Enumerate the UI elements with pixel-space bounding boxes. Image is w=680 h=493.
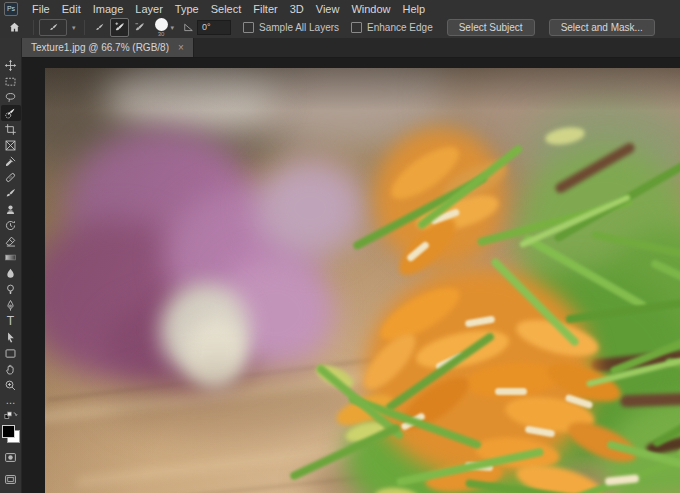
blur-tool[interactable] [1, 265, 21, 281]
type-tool[interactable]: T [1, 313, 21, 329]
photo-shape [495, 388, 527, 395]
checkbox-icon [243, 22, 254, 33]
photo-shape [255, 158, 365, 258]
checkbox-label: Sample All Layers [259, 22, 339, 33]
gradient-tool[interactable] [1, 249, 21, 265]
color-swatches [2, 425, 20, 443]
chevron-down-icon[interactable]: ▾ [72, 24, 76, 32]
menu-3d[interactable]: 3D [284, 3, 310, 15]
menu-help[interactable]: Help [397, 3, 432, 15]
workspace: Texture1.jpg @ 66.7% (RGB/8) × [22, 38, 680, 493]
close-tab-icon[interactable]: × [178, 42, 184, 53]
menu-filter[interactable]: Filter [247, 3, 283, 15]
menu-view[interactable]: View [310, 3, 346, 15]
history-brush-tool[interactable] [1, 217, 21, 233]
menu-select[interactable]: Select [205, 3, 248, 15]
pen-tool[interactable] [1, 297, 21, 313]
app-icon[interactable]: Ps [4, 2, 18, 16]
divider [84, 20, 85, 35]
document-tab-title: Texture1.jpg @ 66.7% (RGB/8) [31, 42, 169, 53]
path-selection-tool[interactable] [1, 329, 21, 345]
menu-edit[interactable]: Edit [56, 3, 87, 15]
rectangle-tool[interactable] [1, 345, 21, 361]
menu-window[interactable]: Window [345, 3, 396, 15]
crop-tool[interactable] [1, 121, 21, 137]
screen-mode-button[interactable] [1, 471, 21, 487]
tool-preset-dropdown[interactable] [39, 19, 67, 36]
document-tab[interactable]: Texture1.jpg @ 66.7% (RGB/8) × [22, 38, 194, 57]
checkbox-icon [351, 22, 362, 33]
quick-selection-tool[interactable] [1, 105, 21, 121]
add-to-selection-brush-button[interactable] [110, 18, 129, 37]
menu-image[interactable]: Image [87, 3, 130, 15]
dodge-tool[interactable] [1, 281, 21, 297]
frame-tool[interactable] [1, 137, 21, 153]
healing-brush-tool[interactable] [1, 169, 21, 185]
divider [33, 20, 34, 35]
edit-toolbar-button[interactable]: … [6, 397, 16, 405]
quick-mask-button[interactable] [1, 449, 21, 465]
brush-angle-control: 0° [183, 20, 231, 35]
new-selection-brush-button[interactable] [91, 19, 108, 36]
angle-input[interactable]: 0° [197, 20, 231, 35]
menu-file[interactable]: File [26, 3, 56, 15]
brush-size-picker[interactable]: 30 [155, 18, 168, 37]
brush-tool[interactable] [1, 185, 21, 201]
home-icon[interactable] [8, 21, 21, 34]
menu-type[interactable]: Type [169, 3, 205, 15]
select-subject-button[interactable]: Select Subject [447, 19, 535, 36]
menu-layer[interactable]: Layer [129, 3, 169, 15]
chevron-down-icon[interactable]: ▾ [171, 24, 175, 32]
hand-tool[interactable] [1, 361, 21, 377]
select-and-mask-button[interactable]: Select and Mask... [549, 19, 655, 36]
tool-bar: T … [0, 38, 22, 493]
angle-icon [183, 22, 194, 33]
eyedropper-tool[interactable] [1, 153, 21, 169]
menu-bar: Ps File Edit Image Layer Type Select Fil… [0, 0, 680, 18]
document-tab-bar: Texture1.jpg @ 66.7% (RGB/8) × [22, 38, 680, 58]
eraser-tool[interactable] [1, 233, 21, 249]
brush-size-value: 30 [158, 31, 165, 37]
zoom-tool[interactable] [1, 377, 21, 393]
rectangular-marquee-tool[interactable] [1, 73, 21, 89]
subtract-from-selection-brush-button[interactable] [131, 19, 148, 36]
move-tool[interactable] [1, 57, 21, 73]
checkbox-label: Enhance Edge [367, 22, 433, 33]
sample-all-layers-checkbox[interactable]: Sample All Layers [243, 22, 339, 33]
canvas-image[interactable] [45, 68, 680, 493]
default-and-swap-colors-icon[interactable] [4, 410, 18, 421]
clone-stamp-tool[interactable] [1, 201, 21, 217]
enhance-edge-checkbox[interactable]: Enhance Edge [351, 22, 433, 33]
brush-preview-icon [155, 18, 168, 31]
photoshop-window: Ps File Edit Image Layer Type Select Fil… [0, 0, 680, 493]
options-bar: ▾ 30 ▾ 0° Sample All Layers Enhance Edge… [0, 17, 680, 39]
foreground-color-swatch[interactable] [2, 425, 15, 438]
lasso-tool[interactable] [1, 89, 21, 105]
